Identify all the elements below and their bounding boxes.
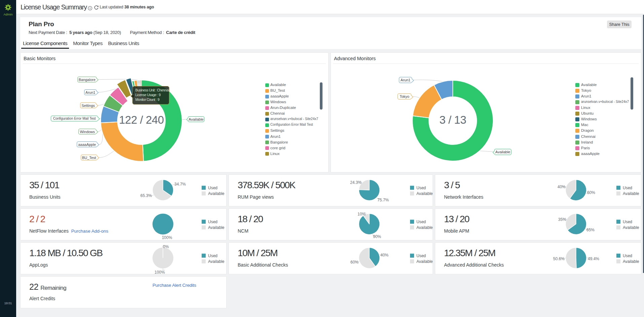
svg-text:3 / 13: 3 / 13 xyxy=(439,114,466,126)
svg-text:Available: Available xyxy=(208,225,225,230)
svg-text:50.6%: 50.6% xyxy=(553,256,565,261)
svg-text:100%: 100% xyxy=(155,270,165,274)
svg-text:65.3%: 65.3% xyxy=(140,193,152,198)
svg-text:65%: 65% xyxy=(586,228,595,232)
svg-text:49.4%: 49.4% xyxy=(588,256,599,261)
svg-text:Available: Available xyxy=(416,191,433,196)
svg-text:Used: Used xyxy=(208,186,217,190)
svg-text:Available: Available xyxy=(623,191,639,196)
svg-text:34.7%: 34.7% xyxy=(174,182,186,187)
svg-text:Used: Used xyxy=(416,186,426,190)
svg-text:Used: Used xyxy=(416,253,426,258)
svg-text:Used: Used xyxy=(623,186,632,190)
svg-text:0%: 0% xyxy=(163,244,169,249)
svg-text:60%: 60% xyxy=(587,190,595,195)
svg-text:10%: 10% xyxy=(358,212,366,216)
svg-text:75.7%: 75.7% xyxy=(377,198,389,202)
svg-text:Available: Available xyxy=(208,259,225,264)
svg-text:Available: Available xyxy=(416,259,433,264)
svg-text:40%: 40% xyxy=(380,253,388,257)
svg-text:90%: 90% xyxy=(373,234,381,239)
svg-text:Used: Used xyxy=(416,220,426,224)
svg-text:Used: Used xyxy=(208,220,217,224)
svg-text:Used: Used xyxy=(623,253,632,258)
svg-text:Available: Available xyxy=(623,259,639,264)
svg-text:Available: Available xyxy=(623,225,639,230)
svg-text:24.3%: 24.3% xyxy=(350,180,362,185)
svg-text:Available: Available xyxy=(416,225,433,230)
svg-text:40%: 40% xyxy=(557,185,566,189)
svg-text:100%: 100% xyxy=(162,235,172,240)
svg-text:Used: Used xyxy=(208,253,217,258)
svg-text:122 / 240: 122 / 240 xyxy=(119,114,164,126)
svg-text:35%: 35% xyxy=(558,217,566,222)
svg-text:60%: 60% xyxy=(350,260,359,265)
svg-text:Used: Used xyxy=(623,220,632,224)
svg-text:Available: Available xyxy=(208,191,225,196)
